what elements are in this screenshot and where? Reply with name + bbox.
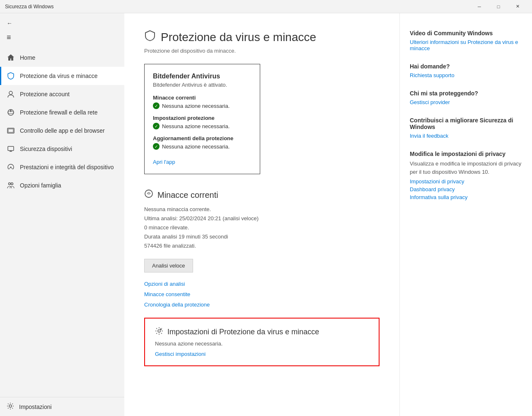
threats-line-1: Ultima analisi: 25/02/2024 20:21 (analis… (144, 215, 259, 221)
threats-line-2: 0 minacce rilevate. (144, 224, 189, 231)
threats-line-3: Durata analisi 19 minuti 35 secondi (144, 234, 228, 240)
sidebar-item-device[interactable]: Sicurezza dispositivi (0, 140, 124, 158)
settings-nav-item[interactable]: Impostazioni (0, 397, 124, 416)
threat-section-2: Aggiornamenti della protezione ✓ Nessuna… (153, 135, 251, 150)
svg-rect-5 (8, 146, 14, 151)
community-title: Video di Community Windows (410, 30, 522, 36)
sidebar-item-perf[interactable]: Prestazioni e integrità del dispositivo (0, 158, 124, 176)
threat-status-text-1: Nessuna azione necessaria. (162, 123, 230, 129)
right-section-provider: Chi mi sta proteggendo? Gestisci provide… (410, 90, 522, 105)
threat-label-0: Minacce correnti (153, 95, 251, 101)
sidebar-item-account[interactable]: Protezione account (0, 85, 124, 103)
threat-status-1: ✓ Nessuna azione necessaria. (153, 123, 251, 129)
scan-options-link[interactable]: Opzioni di analisi (144, 281, 380, 287)
protection-history-link[interactable]: Cronologia della protezione (144, 302, 380, 308)
right-section-feedback: Contribuisci a migliorare Sicurezza di W… (410, 117, 522, 139)
svg-point-9 (9, 405, 12, 407)
dashboard-privacy-link[interactable]: Dashboard privacy (410, 186, 522, 192)
sidebar-label-home: Home (20, 54, 35, 61)
feedback-title: Contribuisci a migliorare Sicurezza di W… (410, 117, 522, 130)
current-threats-header: Minacce correnti (144, 189, 380, 201)
sidebar-item-firewall[interactable]: Protezione firewall e della rete (0, 103, 124, 122)
virus-shield-icon (7, 72, 15, 80)
threats-icon (144, 189, 153, 201)
check-icon-0: ✓ (153, 102, 160, 109)
svg-point-6 (10, 167, 12, 168)
current-threats-title: Minacce correnti (157, 190, 218, 200)
perf-icon (7, 163, 15, 171)
page-title: Protezione da virus e minacce (161, 31, 316, 44)
sidebar-item-home[interactable]: Home (0, 49, 124, 67)
right-panel: Video di Community Windows Ulteriori inf… (399, 13, 532, 416)
support-link[interactable]: Richiesta supporto (410, 72, 522, 78)
threats-info: Nessuna minaccia corrente. Ultima analis… (144, 205, 380, 251)
hamburger-icon: ≡ (7, 33, 11, 41)
device-icon (7, 145, 15, 153)
sidebar-label-app: Controllo delle app e del browser (20, 127, 105, 134)
threat-status-2: ✓ Nessuna azione necessaria. (153, 143, 251, 150)
threat-label-1: Impostazioni protezione (153, 115, 251, 121)
bitdefender-subtitle: Bitdefender Antivirus è attivato. (153, 82, 251, 88)
sidebar-label-firewall: Protezione firewall e della rete (20, 109, 98, 116)
back-icon: ← (7, 20, 12, 27)
sidebar-item-family[interactable]: Opzioni famiglia (0, 176, 124, 195)
privacy-info-link[interactable]: Informativa sulla privacy (410, 194, 522, 200)
allowed-threats-link[interactable]: Minacce consentite (144, 291, 380, 297)
check-icon-1: ✓ (153, 123, 160, 129)
back-button[interactable]: ← (0, 17, 124, 30)
provider-title: Chi mi sta proteggendo? (410, 90, 522, 97)
threat-section-1: Impostazioni protezione ✓ Nessuna azione… (153, 115, 251, 129)
threat-status-text-2: Nessuna azione necessaria. (162, 144, 230, 150)
app-container: ← ≡ Home Protezione da virus (0, 13, 532, 416)
sidebar-item-app[interactable]: Controllo delle app e del browser (0, 122, 124, 140)
svg-rect-4 (8, 129, 13, 132)
virus-settings-card: Impostazioni di Protezione da virus e mi… (144, 318, 380, 366)
window-controls: ─ □ ✕ (470, 0, 527, 13)
threats-line-0: Nessuna minaccia corrente. (144, 206, 211, 212)
hamburger-button[interactable]: ≡ (0, 30, 124, 45)
manage-settings-link[interactable]: Gestisci impostazioni (155, 351, 369, 357)
settings-card-title: Impostazioni di Protezione da virus e mi… (167, 328, 319, 336)
sidebar-label-account: Protezione account (20, 91, 70, 97)
threats-line-4: 574426 file analizzati. (144, 243, 196, 249)
provider-link[interactable]: Gestisci provider (410, 99, 522, 105)
privacy-title: Modifica le impostazioni di privacy (410, 151, 522, 157)
minimize-button[interactable]: ─ (470, 0, 489, 13)
sidebar-label-virus: Protezione da virus e minacce (20, 73, 98, 79)
title-bar: Sicurezza di Windows ─ □ ✕ (0, 0, 532, 13)
threat-status-0: ✓ Nessuna azione necessaria. (153, 102, 251, 109)
app-title: Sicurezza di Windows (5, 4, 53, 10)
account-icon (7, 90, 15, 98)
right-section-community: Video di Community Windows Ulteriori inf… (410, 30, 522, 51)
home-icon (7, 54, 15, 62)
threat-label-2: Aggiornamenti della protezione (153, 135, 251, 141)
sidebar-label-device: Sicurezza dispositivi (20, 146, 72, 152)
privacy-settings-link[interactable]: Impostazioni di privacy (410, 178, 522, 185)
open-app-link[interactable]: Apri l'app (153, 159, 175, 165)
right-section-questions: Hai domande? Richiesta supporto (410, 63, 522, 78)
family-icon (7, 181, 15, 190)
threat-section-0: Minacce correnti ✓ Nessuna azione necess… (153, 95, 251, 109)
bitdefender-title: Bitdefender Antivirus (153, 73, 251, 80)
page-header: Protezione da virus e minacce (144, 30, 380, 44)
close-button[interactable]: ✕ (508, 0, 527, 13)
scan-button[interactable]: Analisi veloce (144, 259, 193, 272)
privacy-text: Visualizza e modifica le impostazioni di… (410, 160, 522, 176)
maximize-button[interactable]: □ (489, 0, 508, 13)
sidebar-item-virus[interactable]: Protezione da virus e minacce (0, 67, 124, 85)
threat-status-text-0: Nessuna azione necessaria. (162, 103, 230, 109)
settings-gear-icon (155, 327, 163, 337)
settings-label: Impostazioni (19, 404, 52, 410)
community-link[interactable]: Ulteriori informazioni su Protezione da … (410, 39, 522, 51)
feedback-link[interactable]: Invia il feedback (410, 133, 522, 139)
firewall-icon (7, 108, 15, 117)
page-shield-icon (144, 30, 156, 44)
svg-point-8 (11, 183, 13, 185)
main-content: Protezione da virus e minacce Protezione… (124, 13, 399, 416)
bitdefender-card: Bitdefender Antivirus Bitdefender Antivi… (144, 64, 260, 174)
svg-point-11 (160, 328, 162, 331)
settings-icon (7, 402, 14, 411)
right-section-privacy: Modifica le impostazioni di privacy Visu… (410, 151, 522, 200)
settings-card-subtitle: Nessuna azione necessaria. (155, 341, 369, 347)
svg-point-7 (9, 183, 11, 185)
